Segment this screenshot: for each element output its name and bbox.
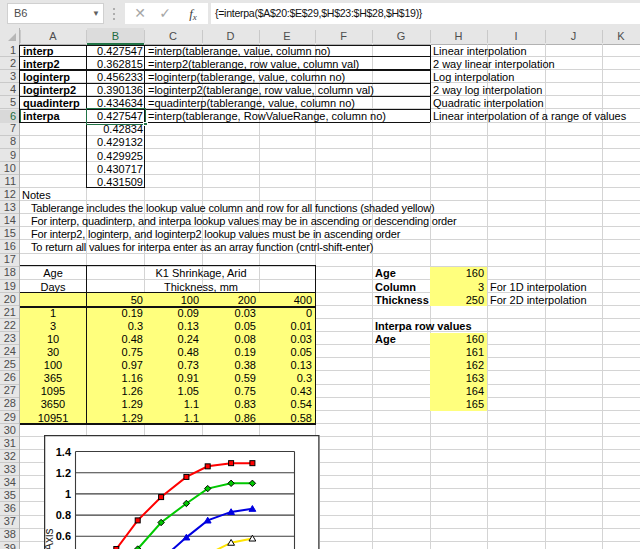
svg-text:0.6: 0.6 — [56, 530, 71, 542]
svg-text:Y-Axis: Y-Axis — [44, 528, 56, 549]
svg-text:1: 1 — [65, 488, 71, 500]
svg-text:1.2: 1.2 — [56, 467, 71, 479]
svg-text:0.8: 0.8 — [56, 509, 71, 521]
svg-text:1.4: 1.4 — [56, 446, 72, 458]
